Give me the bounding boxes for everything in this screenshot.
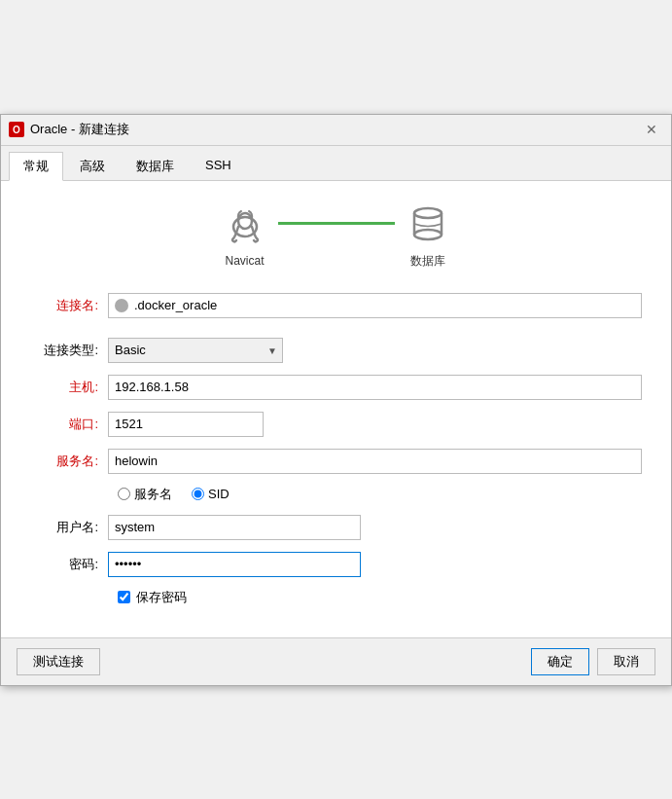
title-bar: O Oracle - 新建连接 ✕ [1,115,671,146]
connection-name-label: 连接名: [30,297,108,314]
save-password-label: 保存密码 [136,589,187,606]
radio-service[interactable] [118,488,130,500]
host-input[interactable] [108,375,642,400]
radio-service-item[interactable]: 服务名 [118,486,172,503]
bottom-bar: 测试连接 确定 取消 [1,637,671,685]
conn-status-icon [115,299,128,312]
host-row: 主机: [30,375,642,400]
svg-point-7 [414,230,442,239]
navicat-visual: Navicat [222,201,268,268]
close-button[interactable]: ✕ [640,118,663,141]
username-label: 用户名: [30,519,108,536]
confirm-button[interactable]: 确定 [531,648,589,675]
database-icon [405,200,451,247]
connection-name-input[interactable] [134,298,635,312]
connection-type-select[interactable]: Basic TNS Oracle Wallet [108,338,283,363]
save-password-row[interactable]: 保存密码 [118,589,642,606]
username-input[interactable] [108,515,361,540]
radio-sid-item[interactable]: SID [192,487,230,501]
port-row: 端口: [30,412,642,437]
service-label: 服务名: [30,453,108,470]
service-row: 服务名: [30,449,642,474]
bottom-right-buttons: 确定 取消 [531,648,655,675]
host-label: 主机: [30,379,108,396]
svg-text:O: O [13,125,20,135]
title-bar-left: O Oracle - 新建连接 [9,121,129,138]
connection-name-row: 连接名: [30,293,642,318]
content-area: Navicat 数据库 连接名: [1,181,671,637]
connection-type-wrapper: Basic TNS Oracle Wallet ▼ [108,338,283,363]
tab-general[interactable]: 常规 [9,152,63,181]
svg-point-3 [238,213,252,229]
svg-point-4 [414,208,442,218]
test-connection-button[interactable]: 测试连接 [17,648,100,675]
port-input[interactable] [108,412,264,437]
port-label: 端口: [30,416,108,433]
navicat-label: Navicat [225,254,264,268]
database-label: 数据库 [410,253,445,270]
password-row: 密码: [30,552,642,577]
connection-line [278,222,395,225]
window-title: Oracle - 新建连接 [30,121,129,138]
tab-advanced[interactable]: 高级 [65,152,120,180]
connection-type-row: 连接类型: Basic TNS Oracle Wallet ▼ [30,338,642,363]
service-input[interactable] [108,449,642,474]
tab-database[interactable]: 数据库 [122,152,189,180]
radio-sid[interactable] [192,488,204,500]
tab-ssh[interactable]: SSH [191,152,246,180]
radio-service-label: 服务名 [134,486,172,503]
connection-type-label: 连接类型: [30,342,108,359]
radio-sid-label: SID [208,487,230,501]
connection-visual: Navicat 数据库 [30,200,642,270]
radio-row: 服务名 SID [118,486,642,503]
username-row: 用户名: [30,515,642,540]
database-visual: 数据库 [405,200,451,270]
save-password-checkbox[interactable] [118,591,130,603]
main-window: O Oracle - 新建连接 ✕ 常规 高级 数据库 SSH [0,114,672,686]
cancel-button[interactable]: 取消 [597,648,655,675]
oracle-icon: O [9,122,24,137]
password-input[interactable] [108,552,361,577]
connection-name-wrapper [108,293,642,318]
password-label: 密码: [30,556,108,573]
tab-bar: 常规 高级 数据库 SSH [1,146,671,181]
navicat-icon [222,201,268,248]
